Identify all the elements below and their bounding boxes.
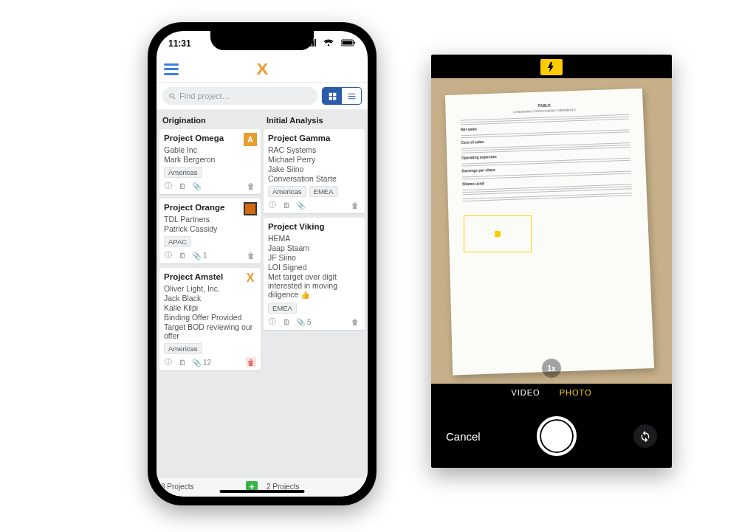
kanban-board[interactable]: Origination A Project Omega Gable Inc Ma… [157, 110, 368, 477]
device-notch [210, 31, 314, 50]
attachment-icon[interactable]: 📎 [296, 318, 304, 326]
flip-camera-button[interactable] [633, 424, 657, 448]
project-line: Patrick Cassidy [164, 224, 256, 233]
attachment-count: 12 [203, 359, 211, 367]
column-header: Initial Analysis [264, 113, 365, 129]
card-footer: ⓘ 🗓 📎 🗑 [268, 200, 360, 210]
status-time: 11:31 [168, 38, 191, 49]
view-toggle [322, 87, 362, 105]
tag[interactable]: Americas [268, 186, 306, 197]
tag[interactable]: APAC [164, 236, 191, 247]
kanban-column-initial-analysis: Initial Analysis Project Gamma RAC Syste… [262, 110, 368, 477]
project-title: Project Omega [164, 134, 256, 142]
wifi-icon [323, 39, 334, 46]
project-line: Target BOD reviewing our offer [164, 322, 256, 340]
app-screen: 11:31 X Find project… [157, 31, 368, 497]
info-icon[interactable]: ⓘ [164, 252, 172, 260]
project-title: Project Gamma [268, 134, 360, 142]
delete-button[interactable]: 🗑 [246, 250, 256, 260]
project-card[interactable]: Project Orange TDL Partners Patrick Cass… [159, 198, 261, 263]
project-title: Project Orange [164, 203, 256, 212]
search-input[interactable]: Find project… [162, 87, 317, 105]
delete-button[interactable]: 🗑 [350, 200, 360, 210]
project-line: TDL Partners [164, 215, 256, 224]
info-icon[interactable]: ⓘ [164, 359, 172, 367]
tag[interactable]: Americas [164, 343, 202, 354]
zoom-button[interactable]: 1x [542, 359, 561, 378]
project-tags: Americas EMEA [268, 186, 360, 197]
tag[interactable]: EMEA [309, 186, 338, 197]
calendar-icon[interactable]: 🗓 [178, 359, 186, 367]
calendar-icon[interactable]: 🗓 [178, 252, 186, 260]
project-line: RAC Systems [268, 145, 360, 154]
view-board-button[interactable] [323, 88, 342, 104]
delete-button[interactable]: 🗑 [350, 317, 360, 327]
project-line: HEMA [268, 234, 360, 243]
mode-photo[interactable]: PHOTO [560, 388, 592, 397]
bottom-bar: 3 Projects + 2 Projects [157, 477, 368, 496]
top-nav: X [157, 56, 368, 83]
card-footer: ⓘ 🗓 📎 1 🗑 [164, 250, 256, 260]
project-card[interactable]: Project Viking HEMA Jaap Staam JF Siino … [264, 218, 365, 330]
project-card[interactable]: A Project Omega Gable Inc Mark Bergeron … [159, 129, 261, 194]
delete-button[interactable]: 🗑 [246, 357, 256, 367]
phone-mockup-app: 11:31 X Find project… [148, 22, 377, 505]
project-line: Jake Siino [268, 165, 360, 173]
svg-rect-1 [343, 41, 353, 45]
project-line: Mark Bergeron [164, 155, 256, 164]
project-line: LOI Signed [268, 263, 360, 272]
project-card[interactable]: Project Gamma RAC Systems Michael Perry … [264, 129, 365, 213]
search-icon [168, 92, 176, 100]
info-icon[interactable]: ⓘ [268, 318, 276, 326]
camera-mode-bar: VIDEO PHOTO [431, 388, 672, 397]
project-line: Michael Perry [268, 155, 360, 164]
svg-rect-2 [354, 42, 356, 44]
card-footer: ⓘ 🗓 📎 5 🗑 [268, 317, 360, 327]
attachment-icon[interactable]: 📎 [192, 252, 200, 260]
project-badge [244, 202, 257, 215]
column-header: Origination [159, 113, 261, 129]
search-placeholder: Find project… [179, 91, 230, 100]
info-icon[interactable]: ⓘ [164, 182, 172, 190]
project-line: Jack Black [164, 294, 256, 303]
flip-camera-icon [639, 430, 651, 442]
tag[interactable]: EMEA [268, 303, 297, 314]
mode-video[interactable]: VIDEO [511, 388, 540, 397]
project-tags: APAC [164, 236, 256, 247]
attachment-count: 1 [203, 252, 207, 260]
project-badge: A [244, 133, 257, 146]
project-card[interactable]: X Project Amstel Oliver Light, Inc. Jack… [159, 268, 261, 370]
column-footer: 2 Projects [262, 477, 368, 496]
shutter-button[interactable] [537, 416, 577, 456]
project-tags: Americas [164, 343, 256, 354]
menu-button[interactable] [164, 63, 179, 75]
project-badge: X [244, 272, 257, 285]
attachment-icon[interactable]: 📎 [192, 359, 200, 367]
delete-button[interactable]: 🗑 [246, 181, 256, 191]
search-row: Find project… [157, 83, 368, 110]
tag[interactable]: Americas [164, 167, 202, 178]
project-line: Kalle Kilpi [164, 303, 256, 312]
phone-mockup-camera: TABLE CONDENSED CONSOLIDATED STATEMENTS … [431, 55, 672, 468]
calendar-icon[interactable]: 🗓 [178, 182, 186, 190]
list-icon [347, 91, 357, 101]
camera-viewfinder[interactable]: TABLE CONDENSED CONSOLIDATED STATEMENTS … [431, 78, 672, 384]
board-icon [328, 91, 337, 101]
card-footer: ⓘ 🗓 📎 🗑 [164, 181, 256, 191]
view-list-button[interactable] [342, 88, 361, 104]
cancel-button[interactable]: Cancel [446, 430, 481, 443]
battery-icon [341, 39, 356, 46]
project-tags: Americas [164, 167, 256, 178]
project-line: Gable Inc [164, 145, 256, 154]
calendar-icon[interactable]: 🗓 [282, 201, 290, 210]
camera-controls: Cancel [431, 416, 672, 456]
info-icon[interactable]: ⓘ [268, 201, 276, 210]
brand-logo: X [256, 60, 268, 79]
project-count: 3 Projects [161, 483, 193, 491]
project-line: Met target over digit interested in movi… [268, 272, 360, 300]
flash-button[interactable] [540, 59, 563, 75]
attachment-icon[interactable]: 📎 [296, 201, 304, 210]
home-indicator[interactable] [220, 490, 305, 493]
calendar-icon[interactable]: 🗓 [282, 318, 290, 326]
attachment-icon[interactable]: 📎 [192, 182, 200, 190]
